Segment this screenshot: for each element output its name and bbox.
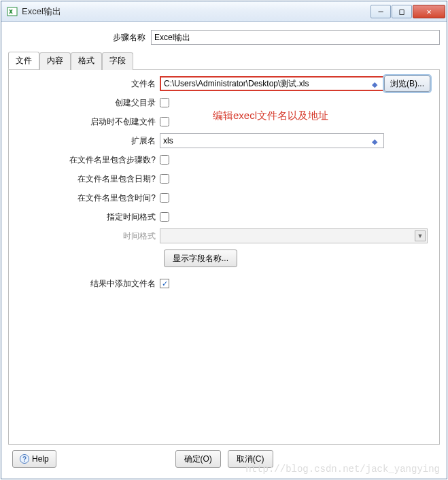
tab-pane-file: 文件名 ◆ 浏览(B)... 编辑execl文件名以及地址 创建父目录 启动时不… xyxy=(8,70,440,445)
svg-rect-0 xyxy=(7,7,17,16)
timefmt-label: 时间格式 xyxy=(13,230,160,242)
minimize-button[interactable]: — xyxy=(371,5,391,18)
chevron-down-icon: ▼ xyxy=(415,230,426,241)
cancel-button[interactable]: 取消(C) xyxy=(228,450,273,468)
extension-row: 扩展名 ◆ xyxy=(13,133,435,149)
step-name-label: 步骤名称 xyxy=(8,32,151,44)
maximize-button[interactable]: □ xyxy=(392,5,412,18)
help-label: Help xyxy=(32,454,49,464)
include-date-label: 在文件名里包含日期? xyxy=(13,173,160,185)
include-stepnr-row: 在文件名里包含步骤数? xyxy=(13,152,435,168)
create-parent-label: 创建父目录 xyxy=(13,97,160,109)
step-name-input[interactable] xyxy=(151,30,440,45)
window-title: Excel输出 xyxy=(22,5,370,18)
specify-timefmt-row: 指定时间格式 xyxy=(13,209,435,225)
help-icon: ? xyxy=(20,454,29,464)
excel-icon xyxy=(7,6,18,17)
filename-label: 文件名 xyxy=(13,78,160,90)
dialog-window: Excel输出 — □ ✕ 步骤名称 文件 内容 格式 字段 文件名 ◆ 浏览(… xyxy=(1,1,447,479)
browse-button[interactable]: 浏览(B)... xyxy=(384,75,430,92)
timefmt-dropdown: ▼ xyxy=(160,228,428,243)
include-date-checkbox[interactable] xyxy=(160,174,169,184)
no-create-start-row: 启动时不创建文件 xyxy=(13,114,435,130)
extension-input[interactable] xyxy=(160,133,384,148)
no-create-start-label: 启动时不创建文件 xyxy=(13,116,160,128)
include-stepnr-label: 在文件名里包含步骤数? xyxy=(13,154,160,166)
specify-timefmt-label: 指定时间格式 xyxy=(13,211,160,223)
help-button[interactable]: ? Help xyxy=(12,450,56,468)
extension-label: 扩展名 xyxy=(13,135,160,147)
add-filename-result-label: 结果中添加文件名 xyxy=(13,278,160,290)
tab-file[interactable]: 文件 xyxy=(8,52,39,69)
filename-row: 文件名 ◆ 浏览(B)... xyxy=(13,75,435,92)
tab-fields[interactable]: 字段 xyxy=(102,52,133,70)
include-stepnr-checkbox[interactable] xyxy=(160,155,169,165)
include-time-label: 在文件名里包含时间? xyxy=(13,192,160,204)
no-create-start-checkbox[interactable] xyxy=(160,117,169,126)
filename-input[interactable] xyxy=(160,76,384,91)
titlebar[interactable]: Excel输出 — □ ✕ xyxy=(1,1,447,22)
tab-format[interactable]: 格式 xyxy=(71,52,102,70)
content-area: 步骤名称 文件 内容 格式 字段 文件名 ◆ 浏览(B)... 编辑execl文… xyxy=(1,22,447,479)
include-time-checkbox[interactable] xyxy=(160,193,169,203)
show-fields-row: 显示字段名称... xyxy=(13,250,435,267)
create-parent-checkbox[interactable] xyxy=(160,98,169,107)
include-date-row: 在文件名里包含日期? xyxy=(13,171,435,187)
bottom-bar: ? Help 确定(O) 取消(C) xyxy=(8,445,440,473)
tab-content[interactable]: 内容 xyxy=(39,52,71,70)
include-time-row: 在文件名里包含时间? xyxy=(13,190,435,206)
add-filename-result-row: 结果中添加文件名 ✓ xyxy=(13,275,435,292)
step-name-row: 步骤名称 xyxy=(8,30,440,45)
show-fieldnames-button[interactable]: 显示字段名称... xyxy=(164,250,237,267)
close-button[interactable]: ✕ xyxy=(413,5,445,18)
specify-timefmt-checkbox[interactable] xyxy=(160,212,169,222)
add-filename-result-checkbox[interactable]: ✓ xyxy=(160,279,169,288)
window-controls: — □ ✕ xyxy=(370,5,445,18)
ok-button[interactable]: 确定(O) xyxy=(175,450,221,468)
create-parent-row: 创建父目录 xyxy=(13,95,435,111)
timefmt-row: 时间格式 ▼ xyxy=(13,228,435,244)
tab-strip: 文件 内容 格式 字段 xyxy=(8,52,440,70)
